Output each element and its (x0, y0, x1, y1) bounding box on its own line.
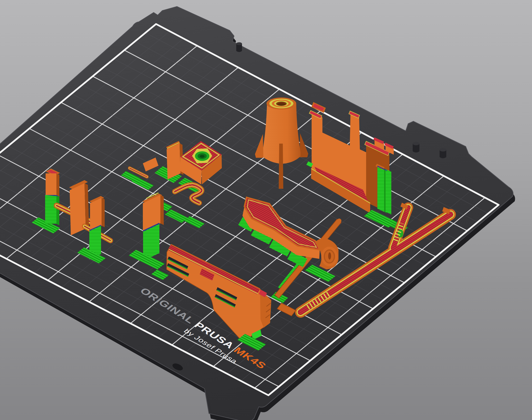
bracket-column-side (56, 173, 59, 196)
support-pillar[interactable] (385, 169, 391, 214)
lever-boss-slot (328, 252, 331, 260)
bracket-column-side (160, 195, 164, 225)
bracket-face[interactable] (167, 143, 180, 179)
hex-bore (200, 155, 205, 158)
slicer-3d-viewport[interactable]: ORIGINAL PRUSA MK4S by Josef Prusa (0, 0, 532, 420)
plate-pin (236, 42, 242, 52)
blade-tip (337, 219, 341, 223)
rocket-fin-center[interactable] (279, 144, 283, 189)
plate-pin (413, 142, 419, 152)
support-tower-side (56, 195, 59, 225)
support-tower[interactable] (45, 195, 56, 224)
bracket-column[interactable] (46, 173, 56, 195)
plate-pin (440, 148, 446, 158)
support-pillar[interactable] (377, 166, 384, 212)
fork-notch-support (398, 229, 403, 238)
rocket-bore-shadow (278, 103, 285, 106)
bracket-column-side (102, 198, 105, 227)
